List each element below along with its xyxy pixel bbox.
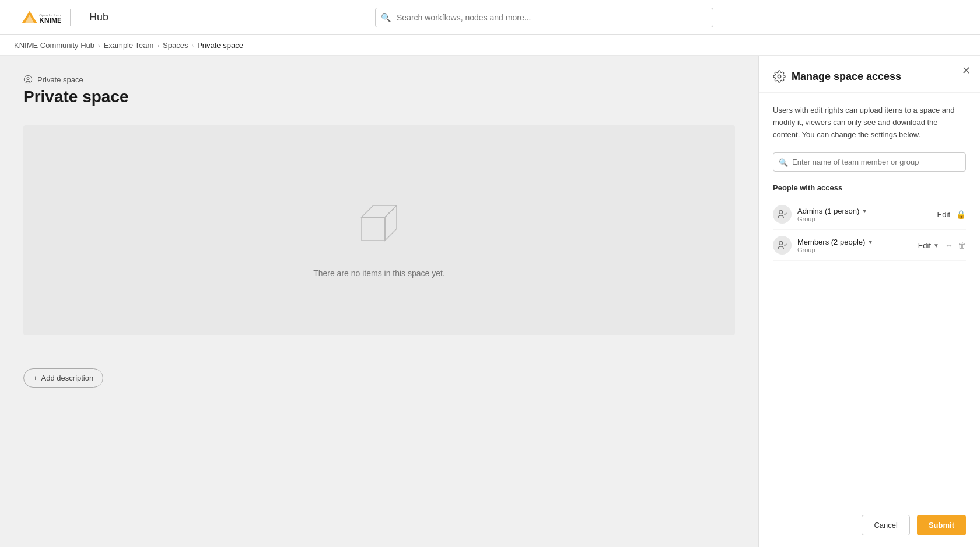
submit-button[interactable]: Submit: [917, 515, 966, 535]
admins-type: Group: [797, 215, 932, 222]
side-panel-header: Manage space access ✕: [759, 56, 980, 93]
breadcrumb-sep-1: ›: [98, 42, 100, 49]
members-chevron[interactable]: ▼: [867, 239, 873, 245]
side-panel-body: Users with edit rights can upload items …: [759, 93, 980, 503]
svg-point-5: [27, 78, 29, 80]
breadcrumb-item-example-team[interactable]: Example Team: [104, 41, 154, 50]
page-title: Private space: [23, 88, 735, 106]
access-item: Admins (1 person) ▼ Group Edit 🔒: [773, 199, 966, 230]
empty-state: There are no items in this space yet.: [23, 125, 735, 335]
empty-icon: [350, 194, 408, 255]
people-with-access-label: People with access: [773, 183, 966, 192]
svg-point-12: [778, 75, 781, 78]
side-panel-title: Manage space access: [792, 71, 901, 83]
members-actions: ↔ 🗑: [945, 241, 966, 250]
avatar-admins: [773, 205, 792, 224]
breadcrumb: KNIME Community Hub › Example Team › Spa…: [0, 35, 980, 56]
expand-icon[interactable]: ↔: [945, 241, 953, 250]
admins-role[interactable]: Edit: [937, 210, 950, 219]
manage-icon: [773, 70, 786, 83]
search-access-container: 🔍: [773, 152, 966, 172]
search-icon: 🔍: [381, 13, 391, 22]
hub-label: Hub: [89, 11, 108, 23]
logo-area: Open for Innovation KNIME Hub: [14, 6, 108, 29]
side-panel: Manage space access ✕ Users with edit ri…: [758, 56, 980, 547]
add-description-button[interactable]: + Add description: [23, 368, 103, 388]
side-panel-footer: Cancel Submit: [759, 503, 980, 547]
admins-chevron[interactable]: ▼: [862, 208, 867, 214]
svg-point-4: [24, 75, 32, 83]
members-type: Group: [797, 246, 912, 253]
svg-text:KNIME: KNIME: [39, 16, 61, 24]
avatar-members: [773, 236, 792, 255]
knime-logo: Open for Innovation KNIME: [14, 6, 61, 29]
breadcrumb-item-private-space: Private space: [197, 41, 243, 50]
breadcrumb-sep-3: ›: [191, 42, 194, 49]
access-item: Members (2 people) ▼ Group Edit ▼ ↔ 🗑: [773, 230, 966, 261]
access-info-members: Members (2 people) ▼ Group: [797, 238, 912, 253]
members-name: Members (2 people): [797, 238, 865, 246]
access-info-admins: Admins (1 person) ▼ Group: [797, 207, 932, 222]
breadcrumb-item-spaces[interactable]: Spaces: [163, 41, 188, 50]
cancel-button[interactable]: Cancel: [862, 515, 909, 535]
delete-icon[interactable]: 🗑: [958, 241, 966, 250]
search-access-icon: 🔍: [779, 158, 788, 166]
members-role[interactable]: Edit ▼: [918, 241, 939, 250]
space-sub-label: Private space: [37, 75, 83, 84]
side-panel-description: Users with edit rights can upload items …: [773, 104, 966, 141]
svg-point-13: [779, 211, 783, 214]
empty-text: There are no items in this space yet.: [313, 269, 445, 278]
header-divider: [70, 9, 71, 26]
space-icon: [23, 75, 33, 84]
admins-name: Admins (1 person): [797, 207, 859, 215]
close-button[interactable]: ✕: [962, 65, 971, 76]
svg-line-11: [385, 205, 397, 217]
svg-point-14: [779, 242, 783, 245]
add-description-label: Add description: [41, 374, 94, 382]
space-header: Private space: [23, 75, 735, 84]
admins-actions: 🔒: [956, 210, 966, 219]
svg-rect-6: [362, 217, 385, 241]
breadcrumb-sep-2: ›: [157, 42, 159, 49]
members-role-chevron: ▼: [933, 242, 939, 249]
breadcrumb-item-community-hub[interactable]: KNIME Community Hub: [14, 41, 94, 50]
search-bar: 🔍: [375, 8, 713, 27]
search-access-input[interactable]: [773, 152, 966, 172]
content-area: Private space Private space: [0, 56, 758, 547]
lock-icon: 🔒: [956, 210, 966, 219]
main-layout: Private space Private space: [0, 56, 980, 547]
add-icon: +: [33, 374, 38, 382]
content-divider: [23, 354, 735, 354]
header: Open for Innovation KNIME Hub 🔍: [0, 0, 980, 35]
search-input[interactable]: [375, 8, 713, 27]
